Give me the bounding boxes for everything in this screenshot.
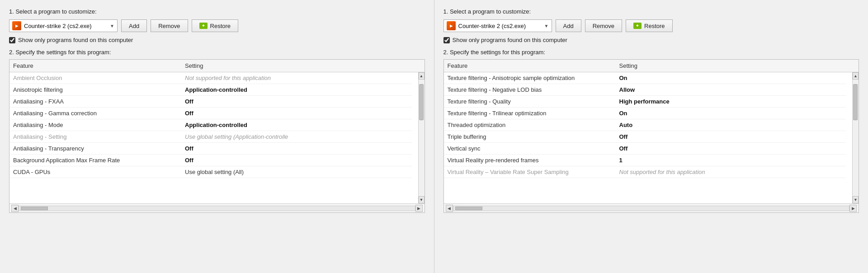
cs-icon-right: ▶ [447,21,456,30]
feature-cell: Antialiasing - FXAA [13,98,185,105]
col-feature-header-left: Feature [13,62,185,69]
table-header-right: Feature Setting [444,60,859,72]
setting-cell: High performance [619,98,843,105]
program-dropdown-right[interactable]: ▶ Counter-strike 2 (cs2.exe) ▼ [443,19,552,32]
settings-table-left: Feature Setting Ambient OcclusionNot sup… [9,59,425,213]
program-name-right: Counter-strike 2 (cs2.exe) [458,23,542,29]
hscroll-thumb-right [455,207,482,210]
hscroll-right-arrow-left[interactable]: ▶ [415,205,423,212]
program-name-left: Counter-strike 2 (cs2.exe) [24,23,107,29]
setting-cell: 1 [619,157,843,164]
table-row[interactable]: CUDA - GPUsUse global setting (All) [9,166,412,178]
table-row[interactable]: Antialiasing - SettingUse global setting… [9,131,412,143]
show-programs-label-left: Show only programs found on this compute… [18,37,133,43]
table-row[interactable]: Anisotropic filteringApplication-control… [9,84,412,96]
setting-cell: Auto [619,122,843,128]
table-row[interactable]: Vertical syncOff [444,143,846,155]
feature-cell: Antialiasing - Setting [13,133,185,140]
remove-btn-left[interactable]: Remove [151,19,188,32]
scroll-down-right[interactable]: ▼ [853,196,859,203]
hscroll-left-arrow-right[interactable]: ◀ [446,205,453,212]
table-row[interactable]: Texture filtering - Negative LOD biasAll… [444,84,846,96]
feature-cell: Antialiasing - Mode [13,122,185,128]
vscroll-thumb-left [419,84,424,120]
setting-cell: Not supported for this application [185,75,408,81]
col-setting-header-right: Setting [619,62,848,69]
restore-btn-left[interactable]: ✦ Restore [192,19,239,32]
feature-cell: Vertical sync [448,145,619,152]
table-footer-left: ◀ ▶ [9,203,425,212]
table-body-right[interactable]: Texture filtering - Anisotropic sample o… [444,72,853,203]
table-row[interactable]: Virtual Reality – Variable Rate Super Sa… [444,166,846,178]
feature-cell: Texture filtering - Negative LOD bias [448,86,619,93]
feature-cell: Background Application Max Frame Rate [13,157,185,164]
step1-label-right: 1. Select a program to customize: [443,8,859,15]
table-row[interactable]: Antialiasing - FXAAOff [9,96,412,108]
feature-cell: Antialiasing - Gamma correction [13,110,185,117]
table-row[interactable]: Threaded optimizationAuto [444,119,846,131]
program-dropdown-left[interactable]: ▶ Counter-strike 2 (cs2.exe) ▼ [9,19,118,32]
program-row-left: ▶ Counter-strike 2 (cs2.exe) ▼ Add Remov… [9,19,425,32]
hscrollbar-left[interactable] [19,206,415,211]
col-feature-header-right: Feature [448,62,619,69]
table-row[interactable]: Antialiasing - Gamma correctionOff [9,108,412,119]
cs-icon-left: ▶ [12,21,21,30]
setting-cell: Not supported for this application [619,169,843,175]
nvidia-icon-left: ✦ [199,23,208,29]
restore-btn-right[interactable]: ✦ Restore [626,19,673,32]
setting-cell: Application-controlled [185,122,408,128]
setting-cell: Allow [619,86,843,93]
table-row[interactable]: Texture filtering - Trilinear optimizati… [444,108,846,119]
setting-cell: Off [619,145,843,152]
table-row[interactable]: Texture filtering - Anisotropic sample o… [444,72,846,84]
table-row[interactable]: Texture filtering - QualityHigh performa… [444,96,846,108]
step1-label-left: 1. Select a program to customize: [9,8,425,15]
setting-cell: Off [185,157,408,164]
dropdown-arrow-left: ▼ [110,24,114,28]
table-body-left[interactable]: Ambient OcclusionNot supported for this … [9,72,418,203]
hscrollbar-right[interactable] [453,206,850,211]
add-btn-left[interactable]: Add [121,19,147,32]
hscroll-right-arrow-right[interactable]: ▶ [849,205,857,212]
setting-cell: Use global setting (All) [185,169,408,175]
show-programs-checkbox-right[interactable] [443,37,450,43]
feature-cell: Texture filtering - Trilinear optimizati… [448,110,619,117]
hscroll-thumb-left [21,207,48,210]
feature-cell: Triple buffering [448,133,619,140]
setting-cell: Application-controlled [185,86,408,93]
feature-cell: Texture filtering - Quality [448,98,619,105]
scroll-up-left[interactable]: ▲ [419,72,425,80]
table-row[interactable]: Background Application Max Frame RateOff [9,155,412,166]
table-row[interactable]: Antialiasing - TransparencyOff [9,143,412,155]
step2-label-left: 2. Specify the settings for this program… [9,49,425,56]
hscroll-left-arrow-left[interactable]: ◀ [11,205,19,212]
feature-cell: CUDA - GPUs [13,169,185,175]
program-row-right: ▶ Counter-strike 2 (cs2.exe) ▼ Add Remov… [443,19,859,32]
panel-left: 1. Select a program to customize: ▶ Coun… [0,0,434,273]
vscrollbar-left[interactable]: ▲ ▼ [418,72,425,203]
checkbox-row-left: Show only programs found on this compute… [9,37,425,43]
checkbox-row-right: Show only programs found on this compute… [443,37,859,43]
show-programs-label-right: Show only programs found on this compute… [453,37,567,43]
table-footer-right: ◀ ▶ [444,203,859,212]
col-setting-header-left: Setting [185,62,414,69]
feature-cell: Ambient Occlusion [13,75,185,81]
setting-cell: Off [185,110,408,117]
feature-cell: Anisotropic filtering [13,86,185,93]
setting-cell: Use global setting (Application-controll… [185,133,408,140]
setting-cell: Off [619,133,843,140]
vscrollbar-right[interactable]: ▲ ▼ [852,72,859,203]
show-programs-checkbox-left[interactable] [9,37,15,43]
add-btn-right[interactable]: Add [556,19,581,32]
remove-btn-right[interactable]: Remove [585,19,622,32]
table-row[interactable]: Virtual Reality pre-rendered frames1 [444,155,846,166]
nvidia-icon-right: ✦ [633,23,642,29]
table-row[interactable]: Triple bufferingOff [444,131,846,143]
feature-cell: Texture filtering - Anisotropic sample o… [448,75,619,81]
feature-cell: Threaded optimization [448,122,619,128]
scroll-down-left[interactable]: ▼ [419,196,425,203]
table-row[interactable]: Ambient OcclusionNot supported for this … [9,72,412,84]
table-row[interactable]: Antialiasing - ModeApplication-controlle… [9,119,412,131]
scroll-up-right[interactable]: ▲ [853,72,859,80]
vscroll-thumb-right [853,84,858,120]
